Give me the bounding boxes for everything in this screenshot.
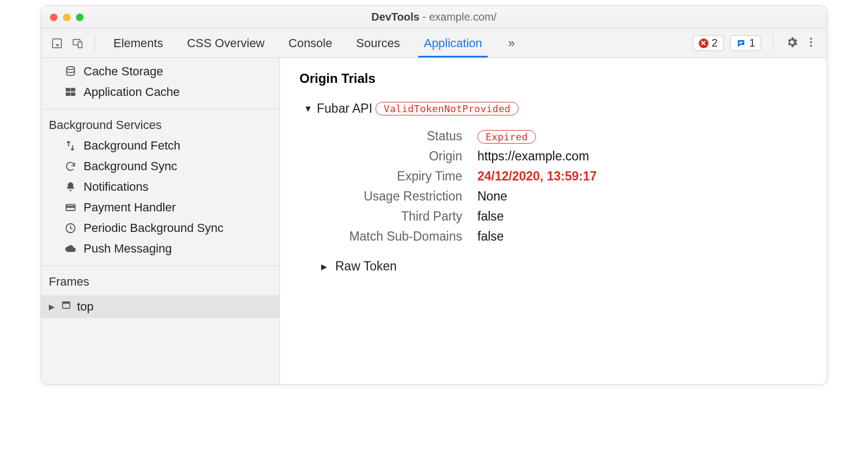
- sidebar-label: Background Sync: [84, 159, 177, 173]
- svg-rect-4: [739, 43, 742, 44]
- label-status: Status: [299, 129, 462, 144]
- grid-icon: [64, 86, 77, 99]
- panel-heading: Origin Trials: [299, 71, 827, 86]
- window-title-page: - example.com/: [419, 11, 496, 23]
- sidebar-item-periodic-sync[interactable]: Periodic Background Sync: [41, 218, 279, 238]
- tab-css-overview[interactable]: CSS Overview: [185, 30, 267, 57]
- label-subdomains: Match Sub-Domains: [299, 229, 462, 244]
- row-expiry: Expiry Time 24/12/2020, 13:59:17: [299, 169, 827, 184]
- tab-console[interactable]: Console: [286, 30, 335, 57]
- svg-point-8: [67, 67, 75, 69]
- row-origin: Origin https://example.com: [299, 149, 827, 164]
- frames-item-top[interactable]: ▶ top: [41, 295, 279, 318]
- value-third-party: false: [477, 209, 504, 224]
- value-expiry: 24/12/2020, 13:59:17: [477, 169, 597, 184]
- svg-rect-0: [53, 38, 62, 48]
- separator: [94, 35, 95, 51]
- sidebar-label: Periodic Background Sync: [84, 221, 224, 235]
- message-count: 1: [749, 37, 755, 49]
- cloud-icon: [64, 242, 77, 255]
- fetch-icon: [64, 139, 77, 152]
- traffic-lights: [50, 14, 84, 21]
- frame-icon: [61, 300, 73, 314]
- svg-rect-3: [739, 42, 743, 43]
- bell-icon: [64, 180, 77, 193]
- sync-icon: [64, 160, 77, 173]
- svg-rect-2: [78, 42, 82, 48]
- sidebar-item-push[interactable]: Push Messaging: [41, 238, 279, 259]
- disclosure-triangle-icon: ▶: [49, 302, 56, 311]
- sidebar-label: Payment Handler: [84, 201, 176, 215]
- row-subdomains: Match Sub-Domains false: [299, 229, 827, 244]
- sidebar-item-payment[interactable]: Payment Handler: [41, 197, 279, 218]
- zoom-button[interactable]: [76, 14, 84, 21]
- label-expiry: Expiry Time: [299, 169, 462, 184]
- window-title: DevTools - example.com/: [372, 11, 497, 23]
- toolbar-right: ✕ 2 1: [693, 35, 820, 51]
- device-toggle-icon[interactable]: [68, 34, 87, 53]
- devtools-window: DevTools - example.com/ Elements CSS Ove…: [41, 5, 827, 385]
- sidebar-item-notifications[interactable]: Notifications: [41, 177, 279, 197]
- row-third-party: Third Party false: [299, 209, 827, 224]
- inspect-icon[interactable]: [48, 34, 66, 53]
- svg-rect-9: [66, 88, 70, 92]
- separator: [773, 35, 774, 51]
- label-usage: Usage Restriction: [299, 189, 462, 204]
- raw-token-label: Raw Token: [335, 259, 397, 274]
- tab-application[interactable]: Application: [422, 30, 484, 57]
- svg-point-7: [810, 44, 812, 47]
- label-third-party: Third Party: [299, 209, 462, 224]
- panel-body: Cache Storage Application Cache Backgrou…: [41, 58, 827, 384]
- svg-rect-10: [71, 88, 75, 92]
- sidebar-item-cache-storage[interactable]: Cache Storage: [41, 61, 279, 82]
- svg-rect-11: [66, 93, 70, 96]
- titlebar: DevTools - example.com/: [41, 6, 827, 29]
- toolbar: Elements CSS Overview Console Sources Ap…: [41, 29, 827, 58]
- error-counter[interactable]: ✕ 2: [693, 35, 724, 51]
- value-origin: https://example.com: [477, 149, 589, 164]
- section-title-bg: Background Services: [41, 113, 279, 135]
- section-frames: Frames ▶ top: [41, 266, 279, 384]
- sidebar-item-bg-sync[interactable]: Background Sync: [41, 156, 279, 177]
- disclosure-triangle-icon: ▶: [321, 262, 331, 271]
- svg-rect-17: [62, 302, 69, 303]
- error-icon: ✕: [699, 38, 709, 48]
- sidebar-label: Application Cache: [84, 85, 180, 99]
- settings-icon[interactable]: [786, 36, 799, 51]
- more-menu-icon[interactable]: [805, 36, 817, 50]
- close-button[interactable]: [50, 14, 58, 21]
- tabs-overflow-icon[interactable]: »: [504, 36, 519, 50]
- svg-point-6: [810, 41, 812, 43]
- svg-rect-12: [71, 93, 75, 96]
- card-icon: [64, 201, 77, 214]
- trial-header[interactable]: ▼ Fubar API ValidTokenNotProvided: [304, 101, 827, 116]
- frame-name: top: [77, 300, 94, 314]
- tab-sources[interactable]: Sources: [354, 30, 402, 57]
- value-status-badge: Expired: [477, 130, 536, 144]
- database-icon: [64, 65, 77, 78]
- trial-status-badge: ValidTokenNotProvided: [375, 102, 519, 115]
- error-count: 2: [712, 37, 718, 49]
- value-subdomains: false: [477, 229, 504, 244]
- message-counter[interactable]: 1: [730, 35, 761, 51]
- message-icon: [736, 38, 746, 48]
- section-bg-services: Background Services Background Fetch Bac…: [41, 109, 279, 266]
- sidebar-item-app-cache[interactable]: Application Cache: [41, 82, 279, 102]
- sidebar-label: Background Fetch: [84, 139, 181, 153]
- sidebar-label: Notifications: [84, 180, 149, 194]
- row-usage: Usage Restriction None: [299, 189, 827, 204]
- raw-token-toggle[interactable]: ▶ Raw Token: [321, 259, 827, 274]
- minimize-button[interactable]: [63, 14, 71, 21]
- section-title-frames: Frames: [41, 269, 279, 292]
- row-status: Status Expired: [299, 129, 827, 144]
- sidebar-label: Push Messaging: [84, 242, 172, 256]
- application-sidebar: Cache Storage Application Cache Backgrou…: [41, 58, 280, 384]
- panel-tabs: Elements CSS Overview Console Sources Ap…: [111, 30, 691, 57]
- svg-point-5: [810, 37, 812, 40]
- sidebar-item-bg-fetch[interactable]: Background Fetch: [41, 135, 279, 156]
- label-origin: Origin: [299, 149, 462, 164]
- main-panel: Origin Trials ▼ Fubar API ValidTokenNotP…: [280, 58, 827, 384]
- disclosure-triangle-icon: ▼: [304, 104, 314, 114]
- section-cache: Cache Storage Application Cache: [41, 58, 279, 109]
- tab-elements[interactable]: Elements: [111, 30, 165, 57]
